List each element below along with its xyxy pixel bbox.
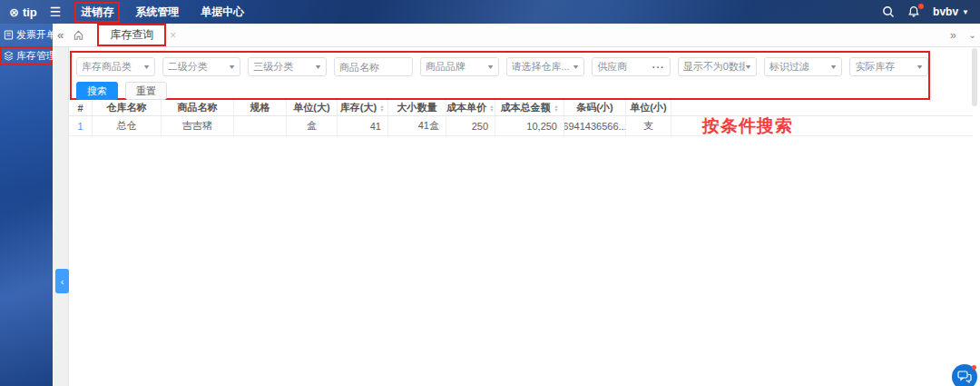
cell-stock-large: 41	[338, 116, 388, 135]
tab-inventory-query[interactable]: 库存查询 ×	[97, 24, 176, 46]
filter-warehouse-select[interactable]: 请选择仓库... ▼	[506, 57, 585, 76]
invoice-icon	[4, 30, 14, 40]
top-navigation: 进销存 系统管理 单据中心	[74, 2, 250, 23]
chevron-down-icon: ▼	[829, 64, 838, 70]
cell-index: 1	[69, 116, 93, 135]
col-header-qty: 大小数量	[388, 100, 446, 115]
col-header-stock-large[interactable]: 库存(大)▲▼	[338, 100, 388, 115]
table-header: # 仓库名称 商品名称 规格 单位(大) 库存(大)▲▼ 大小数量 成本单价▲▼…	[69, 100, 973, 116]
chevron-down-icon: ▼	[916, 64, 924, 70]
filter-buttons: 搜索 重置	[76, 82, 928, 100]
layers-icon	[4, 51, 14, 61]
tabs-forward-icon[interactable]: »	[950, 29, 956, 42]
chevron-down-icon: ▼	[744, 64, 752, 70]
notifications-bell-icon[interactable]	[907, 5, 920, 18]
chevron-down-icon: ▼	[572, 64, 580, 70]
search-button[interactable]: 搜索	[76, 82, 118, 100]
chat-notification-dot	[972, 365, 976, 370]
filter-flag-select[interactable]: 标识过滤 ▼	[764, 57, 843, 76]
nav-item-system-management[interactable]: 系统管理	[129, 3, 185, 22]
cell-unit-cost: 250	[446, 116, 495, 135]
sort-icon[interactable]: ▲▼	[489, 104, 495, 112]
tabbar: « 库存查询 × » ⌄	[53, 24, 980, 47]
filter-brand-select[interactable]: 商品品牌 ▼	[420, 57, 499, 76]
chevron-down-icon: ▼	[228, 64, 236, 70]
cell-total-cost: 10,250	[495, 116, 564, 135]
table-body: 1 总仓 吉吉猪 盒 41 41盒 250 10,250 6941436566.…	[69, 116, 973, 136]
col-header-unit-small: 单位(小)	[626, 100, 671, 115]
col-header-filler	[671, 100, 973, 115]
chevron-down-icon: ▼	[142, 64, 151, 70]
content-area: 库存商品类 ▼ 二级分类 ▼ 三级分类 ▼ 商品品牌 ▼ 请选择仓库...	[69, 47, 980, 386]
col-header-barcode-small: 条码(小)	[564, 100, 626, 115]
cell-qty: 41盒	[388, 116, 446, 135]
sort-icon[interactable]: ▲▼	[554, 104, 559, 112]
tabbar-right: » ⌄	[950, 29, 976, 42]
chevron-down-icon: ▼	[486, 64, 495, 70]
supplier-picker[interactable]: 供应商 ···	[592, 57, 671, 76]
sidebar-item-inventory-management[interactable]: 库存管理	[0, 46, 53, 65]
filter-stock-category-select[interactable]: 库存商品类 ▼	[76, 57, 155, 76]
cell-barcode-small: 6941436566...	[564, 116, 626, 135]
tab-label: 库存查询	[97, 24, 166, 46]
chevron-down-icon: ▼	[314, 64, 322, 70]
col-header-warehouse: 仓库名称	[93, 100, 162, 115]
customer-service-chat-button[interactable]	[952, 364, 977, 386]
col-header-spec: 规格	[234, 100, 287, 115]
inventory-table: # 仓库名称 商品名称 规格 单位(大) 库存(大)▲▼ 大小数量 成本单价▲▼…	[69, 100, 973, 136]
chevron-down-icon: ▼	[962, 8, 969, 16]
logo-icon: ⊗	[9, 6, 19, 18]
col-header-product-name: 商品名称	[162, 100, 234, 115]
sidebar: 发票开单 库存管理	[0, 24, 53, 386]
scrollbar-thumb[interactable]	[972, 48, 977, 106]
logo-text: tip	[23, 5, 37, 19]
table-row[interactable]: 1 总仓 吉吉猪 盒 41 41盒 250 10,250 6941436566.…	[69, 116, 973, 136]
home-tab-icon[interactable]	[73, 29, 84, 41]
submenu-collapse-handle[interactable]: ‹	[55, 269, 69, 293]
topbar-right: bvbv ▼	[882, 5, 969, 18]
sidebar-item-invoice-billing[interactable]: 发票开单	[0, 25, 53, 45]
cell-unit-large: 盒	[287, 116, 338, 135]
app-window: ⊗ tip ☰ 进销存 系统管理 单据中心 bvbv ▼ 发票开单	[0, 0, 980, 386]
more-icon[interactable]: ···	[652, 62, 665, 73]
filter-actual-stock-select[interactable]: 实际库存 ▼	[849, 57, 928, 76]
col-header-index: #	[69, 100, 93, 115]
sidebar-item-label: 发票开单	[16, 28, 56, 42]
cell-product-name: 吉吉猪	[162, 116, 234, 135]
topbar: ⊗ tip ☰ 进销存 系统管理 单据中心 bvbv ▼	[0, 0, 980, 24]
cell-unit-small: 支	[626, 116, 671, 135]
filter-row: 库存商品类 ▼ 二级分类 ▼ 三级分类 ▼ 商品品牌 ▼ 请选择仓库...	[76, 57, 928, 76]
close-icon[interactable]: ×	[170, 29, 176, 42]
notification-dot	[918, 4, 924, 9]
filter-second-category-select[interactable]: 二级分类 ▼	[162, 57, 241, 76]
username: bvbv	[933, 5, 958, 18]
sidebar-item-label: 库存管理	[16, 49, 56, 63]
search-icon[interactable]	[882, 5, 895, 18]
cell-spec	[234, 116, 287, 135]
chat-bubbles-icon	[957, 371, 972, 383]
cell-warehouse: 总仓	[93, 116, 162, 135]
tabs-menu-chevron-icon[interactable]: ⌄	[969, 30, 976, 40]
sort-icon[interactable]: ▲▼	[379, 104, 385, 112]
annotation-search-by-condition: 按条件搜索	[702, 114, 793, 138]
nav-item-inventory-module[interactable]: 进销存	[74, 2, 120, 23]
filter-third-category-select[interactable]: 三级分类 ▼	[248, 57, 327, 76]
user-menu[interactable]: bvbv ▼	[933, 5, 969, 18]
app-logo[interactable]: ⊗ tip	[9, 5, 37, 19]
reset-button[interactable]: 重置	[125, 82, 167, 100]
submenu-strip	[53, 47, 69, 386]
col-header-unit-large: 单位(大)	[287, 100, 338, 115]
filter-area: 库存商品类 ▼ 二级分类 ▼ 三级分类 ▼ 商品品牌 ▼ 请选择仓库...	[70, 51, 930, 100]
filter-nonzero-select[interactable]: 显示不为0数据 ▼	[678, 57, 757, 76]
col-header-unit-cost[interactable]: 成本单价▲▼	[446, 100, 495, 115]
vertical-scrollbar[interactable]	[972, 48, 977, 382]
col-header-total-cost[interactable]: 成本总金额▲▼	[495, 100, 564, 115]
product-name-input[interactable]	[334, 57, 413, 76]
nav-item-document-center[interactable]: 单据中心	[194, 3, 250, 22]
collapse-tabs-icon[interactable]: «	[57, 28, 64, 42]
menu-toggle-icon[interactable]: ☰	[50, 5, 61, 19]
